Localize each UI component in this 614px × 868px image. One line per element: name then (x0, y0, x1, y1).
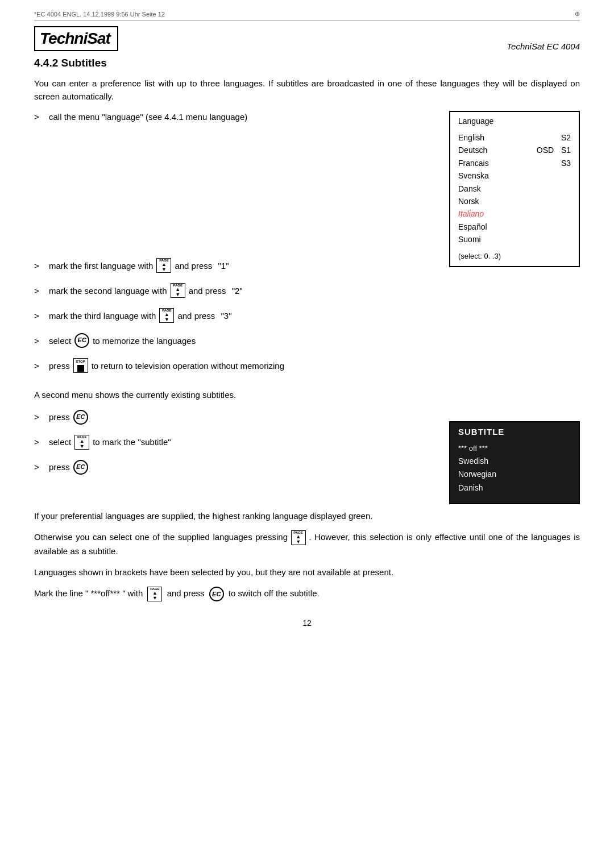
menu-item-suomi: Suomi (458, 233, 571, 246)
lang-deutsch: Deutsch (458, 144, 534, 156)
mark-second-and: and press (189, 285, 226, 297)
bullet-mark-first: > mark the first language with PAGE ▲ ▼ … (34, 258, 438, 273)
menu-item-norsk: Norsk (458, 195, 571, 207)
page-icon-5: PAGE ▲ ▼ (291, 530, 306, 545)
ec-icon-2: EC (73, 410, 88, 425)
intro-text: You can enter a preference list with up … (34, 77, 580, 103)
bullet-content-1: mark the first language with PAGE ▲ ▼ an… (49, 258, 229, 273)
arrow-5: > (34, 335, 44, 347)
page-number: 12 (34, 618, 580, 628)
spacer (34, 133, 438, 258)
subtitle-norwegian: Norwegian (458, 468, 571, 481)
lang-dansk: Dansk (458, 182, 571, 195)
top-bar: *EC 4004 ENGL. 14.12.1999 9:56 Uhr Seite… (34, 10, 580, 20)
main-content: > call the menu "language" (see 4.4.1 me… (34, 111, 438, 383)
mark-third-num: "3" (218, 310, 231, 322)
press-section-container: > press EC > select PAGE ▲ ▼ to mark the… (34, 410, 580, 504)
lang-suomi: Suomi (458, 233, 571, 246)
logo-text: TechniSat (40, 30, 110, 47)
menu-select: (select: 0. .3) (458, 252, 571, 260)
para4-mid: and press (167, 588, 205, 598)
ec-icon-4: EC (209, 587, 224, 601)
bullet-select-subtitle: > select PAGE ▲ ▼ to mark the "subtitle" (34, 435, 438, 450)
press-content-1: press EC (49, 410, 88, 425)
mark-first-num: "1" (215, 260, 229, 272)
page-icon-1: PAGE ▲ ▼ (156, 258, 171, 273)
menu-item-svenska: Svenska (458, 169, 571, 182)
section-title: 4.4.2 Subtitles (34, 57, 580, 69)
top-bar-left: *EC 4004 ENGL. 14.12.1999 9:56 Uhr Seite… (34, 11, 165, 18)
press-main: > press EC > select PAGE ▲ ▼ to mark the… (34, 410, 438, 504)
sidebar-subtitle: SUBTITLE *** off *** Swedish Norwegian D… (449, 421, 580, 504)
arrow-p1: > (34, 411, 44, 423)
lang-italiano: Italiano (458, 207, 571, 220)
para2-pre: Otherwise you can select one of the supp… (34, 532, 288, 542)
press-ec2-pre: press (49, 461, 70, 473)
press-ec1-pre: press (49, 411, 70, 423)
mark-third-pre: mark the third language with (49, 310, 156, 322)
bullet-press-ec2: > press EC (34, 460, 438, 475)
bullet-content-2: mark the second language with PAGE ▲ ▼ a… (49, 283, 243, 298)
arrow-3: > (34, 285, 44, 297)
mark-first-pre: mark the first language with (49, 260, 153, 272)
select-subtitle-pre: select (49, 436, 71, 448)
arrow-1: > (34, 111, 44, 123)
lang-svenska: Svenska (458, 169, 571, 182)
mark-third-and: and press (177, 310, 215, 322)
content-with-sidebar: > call the menu "language" (see 4.4.1 me… (34, 111, 580, 383)
header-right: TechniSat EC 4004 (507, 41, 580, 51)
ec-icon-3: EC (73, 460, 88, 475)
bullet-select-ec: > select EC to memorize the languages (34, 333, 438, 348)
second-menu-intro: A second menu shows the currently existi… (34, 389, 580, 402)
page-icon-2: PAGE ▲ ▼ (171, 283, 185, 298)
select-mid: to memorize the languages (93, 335, 196, 347)
bullet-press-ec1: > press EC (34, 410, 438, 425)
press-content-3: press EC (49, 460, 88, 475)
lang-francais: Francais (458, 157, 534, 169)
lang-deutsch-right: S1 (557, 144, 571, 156)
subtitle-off: *** off *** (458, 442, 571, 455)
stop-icon: STOP (73, 358, 88, 373)
arrow-6: > (34, 360, 44, 372)
mark-second-pre: mark the second language with (49, 285, 167, 297)
lang-deutsch-mid: OSD (534, 144, 557, 156)
press-pre: press (49, 360, 70, 372)
menu-item-dansk: Dansk (458, 182, 571, 195)
bullet-content-5: press STOP to return to television opera… (49, 358, 284, 373)
menu-item-espanol: Español (458, 221, 571, 233)
menu-item-english: English S2 (458, 131, 571, 144)
bullet-call-menu: > call the menu "language" (see 4.4.1 me… (34, 111, 438, 123)
lang-english: English (458, 131, 534, 144)
bullet-mark-third: > mark the third language with PAGE ▲ ▼ … (34, 308, 438, 323)
arrow-p2: > (34, 436, 44, 448)
lang-english-right: S2 (557, 131, 571, 144)
para1: If your preferential languages are suppl… (34, 510, 580, 523)
top-bar-crosshair: ⊕ (575, 10, 580, 18)
bullet-content-3: mark the third language with PAGE ▲ ▼ an… (49, 308, 231, 323)
mark-first-and: and press (175, 260, 212, 272)
arrow-p3: > (34, 461, 44, 473)
menu-item-francais: Francais S3 (458, 157, 571, 169)
select-subtitle-mid: to mark the "subtitle" (93, 436, 171, 448)
menu-item-italiano: Italiano (458, 207, 571, 220)
press-content-2: select PAGE ▲ ▼ to mark the "subtitle" (49, 435, 171, 450)
language-menu-box: Language English S2 Deutsch OSD S1 Franc… (449, 111, 580, 267)
ec-icon-1: EC (74, 333, 89, 348)
mark-second-num: "2" (230, 285, 243, 297)
bullet-content-4: select EC to memorize the languages (49, 333, 196, 348)
bullet-mark-second: > mark the second language with PAGE ▲ ▼… (34, 283, 438, 298)
para4-post: to switch off the subtitle. (229, 588, 320, 598)
lang-espanol: Español (458, 221, 571, 233)
arrow-4: > (34, 310, 44, 322)
para2: Otherwise you can select one of the supp… (34, 530, 580, 558)
subtitle-danish: Danish (458, 481, 571, 495)
lang-francais-right: S3 (557, 157, 571, 169)
logo-area: TechniSat TechniSat EC 4004 (34, 26, 580, 51)
select-pre: select (49, 335, 71, 347)
menu-item-deutsch: Deutsch OSD S1 (458, 144, 571, 156)
arrow-2: > (34, 260, 44, 272)
page-icon-3: PAGE ▲ ▼ (159, 308, 174, 323)
para4: Mark the line " ***off*** " with PAGE ▲ … (34, 587, 580, 601)
logo-box: TechniSat (34, 26, 118, 51)
subtitle-menu-title: SUBTITLE (458, 427, 571, 437)
